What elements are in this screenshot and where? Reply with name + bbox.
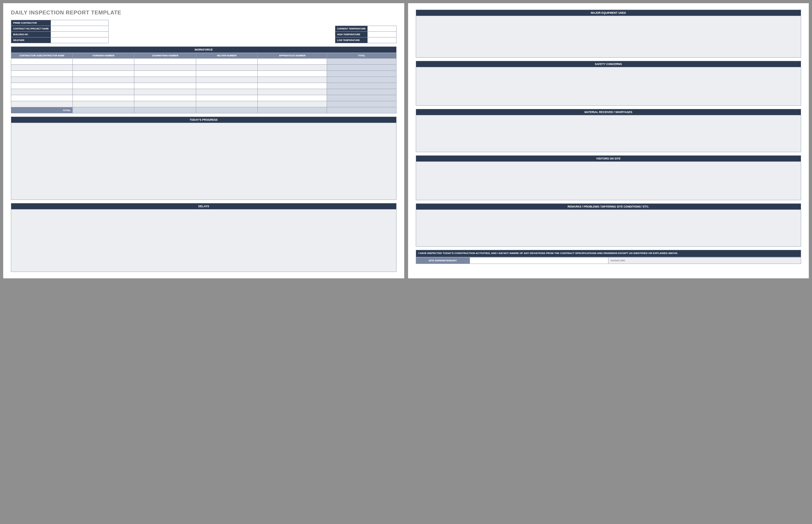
info-right-table: CURRENT TEMPERATURE HIGH TEMPERATURE LOW…: [335, 26, 397, 43]
workforce-header: WORKFORCE: [11, 46, 397, 53]
label-current-temp: CURRENT TEMPERATURE: [335, 26, 368, 32]
label-signature: SIGNATURE: [608, 257, 801, 264]
material-header: MATERIAL RECEIVED / SHORTAGES: [416, 109, 801, 115]
field-prime-contractor[interactable]: [51, 20, 109, 26]
table-row[interactable]: [11, 83, 397, 89]
info-left-table: PRIME CONTRACTOR CONTRACT NO./PROJECT NA…: [11, 20, 109, 43]
field-contract-no[interactable]: [51, 26, 109, 32]
signature-table: SITE SUPERINTENDANT SIGNATURE: [416, 257, 801, 264]
label-site-super: SITE SUPERINTENDANT: [416, 257, 469, 264]
workforce-table: CONTRACTOR/ SUBCONTRACTOR NAME FOREMAN N…: [11, 53, 397, 113]
certification-statement: I HAVE INSPECTED TODAY'S CONSTRUCTION AC…: [416, 250, 801, 257]
equipment-field[interactable]: [416, 16, 801, 58]
equipment-header: MAJOR EQUIPMENT USED: [416, 10, 801, 16]
field-high-temp[interactable]: [368, 32, 396, 37]
table-row[interactable]: [11, 71, 397, 77]
label-prime-contractor: PRIME CONTRACTOR: [11, 20, 51, 26]
safety-field[interactable]: [416, 67, 801, 106]
field-weather[interactable]: [51, 37, 109, 43]
label-contract-no: CONTRACT NO./PROJECT NAME: [11, 26, 51, 32]
info-row: PRIME CONTRACTOR CONTRACT NO./PROJECT NA…: [11, 20, 397, 43]
delays-header: DELAYS: [11, 203, 397, 210]
label-building-no: BUILDING NO.: [11, 32, 51, 37]
label-low-temp: LOW TEMPERATURE: [335, 37, 368, 43]
remarks-field[interactable]: [416, 210, 801, 247]
delays-field[interactable]: [11, 210, 397, 272]
col-journeyman: JOURNEYMAN NUMBER: [134, 53, 196, 59]
table-row[interactable]: [11, 59, 397, 65]
material-field[interactable]: [416, 115, 801, 152]
table-row[interactable]: [11, 101, 397, 107]
col-foreman: FOREMAN NUMBER: [73, 53, 134, 59]
table-row[interactable]: [11, 65, 397, 71]
field-low-temp[interactable]: [368, 37, 396, 43]
col-helper: HELPER NUMBER: [196, 53, 257, 59]
field-building-no[interactable]: [51, 32, 109, 37]
col-contractor: CONTRACTOR/ SUBCONTRACTOR NAME: [11, 53, 73, 59]
safety-header: SAFETY CONCERNS: [416, 61, 801, 67]
total-label: TOTAL: [11, 107, 73, 113]
table-row[interactable]: [11, 95, 397, 101]
document-title: DAILY INSPECTION REPORT TEMPLATE: [11, 10, 397, 16]
table-row[interactable]: [11, 89, 397, 95]
col-apprentice: APPRENTIUCE NUMBER: [257, 53, 327, 59]
label-weather: WEATHER: [11, 37, 51, 43]
col-total: TOTAL: [327, 53, 396, 59]
visitors-field[interactable]: [416, 162, 801, 200]
remarks-header: REMARKS / PROBLEMS / DIFFERING SITE COND…: [416, 203, 801, 210]
table-row[interactable]: [11, 77, 397, 83]
page-2: MAJOR EQUIPMENT USED SAFETY CONCERNS MAT…: [408, 3, 809, 278]
progress-header: TODAY'S PROGRESS: [11, 117, 397, 123]
field-current-temp[interactable]: [368, 26, 396, 32]
progress-field[interactable]: [11, 123, 397, 200]
workforce-total-row: TOTAL: [11, 107, 397, 113]
field-site-super[interactable]: [469, 257, 608, 264]
visitors-header: VISITORS ON SITE: [416, 155, 801, 162]
label-high-temp: HIGH TEMPERATURE: [335, 32, 368, 37]
page-1: DAILY INSPECTION REPORT TEMPLATE PRIME C…: [3, 3, 404, 278]
